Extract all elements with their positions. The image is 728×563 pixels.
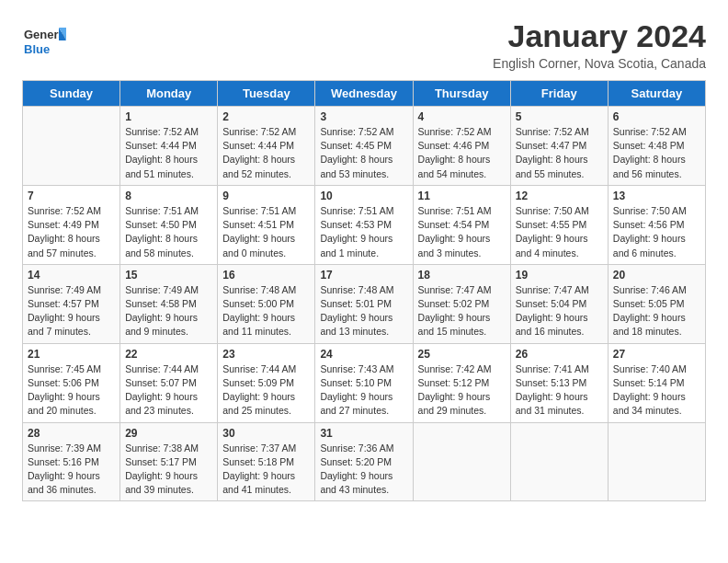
day-number: 21 bbox=[28, 348, 115, 361]
day-number: 4 bbox=[418, 110, 506, 123]
calendar-cell: 5Sunrise: 7:52 AMSunset: 4:47 PMDaylight… bbox=[510, 107, 608, 186]
month-title: January 2024 bbox=[493, 18, 706, 54]
cell-info: Sunrise: 7:42 AMSunset: 5:12 PMDaylight:… bbox=[418, 362, 506, 419]
cell-info: Sunrise: 7:41 AMSunset: 5:13 PMDaylight:… bbox=[516, 362, 603, 419]
sunrise-text: Sunrise: 7:52 AM bbox=[28, 204, 115, 218]
sunset-text: Sunset: 4:49 PM bbox=[28, 218, 115, 232]
sunrise-text: Sunrise: 7:50 AM bbox=[613, 204, 700, 218]
day-number: 31 bbox=[320, 427, 407, 440]
daylight-text: Daylight: 9 hours and 43 minutes. bbox=[320, 469, 407, 497]
calendar-header: SundayMondayTuesdayWednesdayThursdayFrid… bbox=[23, 81, 706, 107]
cell-info: Sunrise: 7:48 AMSunset: 5:00 PMDaylight:… bbox=[222, 283, 310, 339]
daylight-text: Daylight: 9 hours and 16 minutes. bbox=[516, 311, 603, 339]
sunrise-text: Sunrise: 7:37 AM bbox=[222, 442, 310, 455]
sunset-text: Sunset: 4:47 PM bbox=[516, 139, 603, 153]
cell-info: Sunrise: 7:45 AMSunset: 5:06 PMDaylight:… bbox=[28, 362, 115, 419]
cell-info: Sunrise: 7:52 AMSunset: 4:46 PMDaylight:… bbox=[418, 125, 506, 181]
calendar-cell: 21Sunrise: 7:45 AMSunset: 5:06 PMDayligh… bbox=[23, 343, 120, 422]
sunset-text: Sunset: 4:55 PM bbox=[516, 218, 603, 232]
sunrise-text: Sunrise: 7:51 AM bbox=[222, 204, 310, 218]
sunset-text: Sunset: 4:48 PM bbox=[613, 139, 700, 153]
day-number: 28 bbox=[28, 427, 115, 440]
calendar-cell: 8Sunrise: 7:51 AMSunset: 4:50 PMDaylight… bbox=[120, 185, 218, 264]
calendar-cell: 30Sunrise: 7:37 AMSunset: 5:18 PMDayligh… bbox=[218, 422, 315, 501]
daylight-text: Daylight: 9 hours and 36 minutes. bbox=[28, 469, 115, 497]
sunrise-text: Sunrise: 7:43 AM bbox=[320, 362, 407, 376]
day-number: 20 bbox=[613, 269, 700, 282]
sunset-text: Sunset: 4:58 PM bbox=[125, 297, 212, 311]
sunrise-text: Sunrise: 7:49 AM bbox=[28, 283, 115, 297]
daylight-text: Daylight: 8 hours and 56 minutes. bbox=[613, 153, 700, 180]
calendar-cell: 11Sunrise: 7:51 AMSunset: 4:54 PMDayligh… bbox=[413, 185, 510, 264]
calendar-week-5: 28Sunrise: 7:39 AMSunset: 5:16 PMDayligh… bbox=[23, 422, 706, 501]
calendar-cell: 19Sunrise: 7:47 AMSunset: 5:04 PMDayligh… bbox=[510, 264, 608, 343]
cell-info: Sunrise: 7:40 AMSunset: 5:14 PMDaylight:… bbox=[613, 362, 700, 419]
daylight-text: Daylight: 8 hours and 54 minutes. bbox=[418, 153, 506, 180]
sunset-text: Sunset: 5:07 PM bbox=[125, 376, 212, 390]
sunset-text: Sunset: 4:53 PM bbox=[320, 218, 407, 232]
calendar-cell: 27Sunrise: 7:40 AMSunset: 5:14 PMDayligh… bbox=[608, 343, 705, 422]
sunset-text: Sunset: 5:18 PM bbox=[222, 455, 310, 469]
sunrise-text: Sunrise: 7:52 AM bbox=[418, 125, 506, 139]
sunset-text: Sunset: 4:46 PM bbox=[418, 139, 506, 153]
cell-info: Sunrise: 7:39 AMSunset: 5:16 PMDaylight:… bbox=[28, 442, 115, 498]
sunset-text: Sunset: 5:20 PM bbox=[320, 455, 407, 469]
sunset-text: Sunset: 4:44 PM bbox=[222, 139, 310, 153]
calendar-cell: 25Sunrise: 7:42 AMSunset: 5:12 PMDayligh… bbox=[413, 343, 510, 422]
cell-info: Sunrise: 7:50 AMSunset: 4:56 PMDaylight:… bbox=[613, 204, 700, 260]
sunrise-text: Sunrise: 7:52 AM bbox=[125, 125, 212, 139]
daylight-text: Daylight: 9 hours and 13 minutes. bbox=[320, 311, 407, 339]
sunset-text: Sunset: 4:51 PM bbox=[222, 218, 310, 232]
daylight-text: Daylight: 9 hours and 6 minutes. bbox=[613, 232, 700, 259]
calendar-cell: 28Sunrise: 7:39 AMSunset: 5:16 PMDayligh… bbox=[23, 422, 120, 501]
cell-info: Sunrise: 7:50 AMSunset: 4:55 PMDaylight:… bbox=[516, 204, 603, 260]
daylight-text: Daylight: 9 hours and 27 minutes. bbox=[320, 390, 407, 418]
day-number: 26 bbox=[516, 348, 603, 361]
calendar-cell bbox=[23, 107, 120, 186]
day-number: 5 bbox=[516, 110, 603, 123]
sunrise-text: Sunrise: 7:38 AM bbox=[125, 442, 212, 455]
sunset-text: Sunset: 5:12 PM bbox=[418, 376, 506, 390]
day-header-monday: Monday bbox=[120, 81, 218, 107]
cell-info: Sunrise: 7:49 AMSunset: 4:58 PMDaylight:… bbox=[125, 283, 212, 339]
day-header-sunday: Sunday bbox=[23, 81, 120, 107]
calendar-cell: 9Sunrise: 7:51 AMSunset: 4:51 PMDaylight… bbox=[218, 185, 315, 264]
cell-info: Sunrise: 7:36 AMSunset: 5:20 PMDaylight:… bbox=[320, 442, 407, 498]
sunset-text: Sunset: 4:44 PM bbox=[125, 139, 212, 153]
daylight-text: Daylight: 9 hours and 20 minutes. bbox=[28, 390, 115, 418]
sunrise-text: Sunrise: 7:48 AM bbox=[222, 283, 310, 297]
cell-info: Sunrise: 7:49 AMSunset: 4:57 PMDaylight:… bbox=[28, 283, 115, 339]
daylight-text: Daylight: 9 hours and 18 minutes. bbox=[613, 311, 700, 339]
daylight-text: Daylight: 9 hours and 25 minutes. bbox=[222, 390, 310, 418]
daylight-text: Daylight: 9 hours and 9 minutes. bbox=[125, 311, 212, 339]
calendar-cell: 26Sunrise: 7:41 AMSunset: 5:13 PMDayligh… bbox=[510, 343, 608, 422]
cell-info: Sunrise: 7:44 AMSunset: 5:09 PMDaylight:… bbox=[222, 362, 310, 419]
cell-info: Sunrise: 7:52 AMSunset: 4:48 PMDaylight:… bbox=[613, 125, 700, 181]
calendar-cell: 7Sunrise: 7:52 AMSunset: 4:49 PMDaylight… bbox=[23, 185, 120, 264]
sunset-text: Sunset: 4:45 PM bbox=[320, 139, 407, 153]
cell-info: Sunrise: 7:44 AMSunset: 5:07 PMDaylight:… bbox=[125, 362, 212, 419]
cell-info: Sunrise: 7:52 AMSunset: 4:44 PMDaylight:… bbox=[125, 125, 212, 181]
daylight-text: Daylight: 8 hours and 55 minutes. bbox=[516, 153, 603, 180]
daylight-text: Daylight: 9 hours and 3 minutes. bbox=[418, 232, 506, 259]
calendar-week-2: 7Sunrise: 7:52 AMSunset: 4:49 PMDaylight… bbox=[23, 185, 706, 264]
sunrise-text: Sunrise: 7:50 AM bbox=[516, 204, 603, 218]
sunset-text: Sunset: 4:57 PM bbox=[28, 297, 115, 311]
calendar-week-3: 14Sunrise: 7:49 AMSunset: 4:57 PMDayligh… bbox=[23, 264, 706, 343]
location-subtitle: English Corner, Nova Scotia, Canada bbox=[493, 56, 706, 71]
sunrise-text: Sunrise: 7:42 AM bbox=[418, 362, 506, 376]
day-number: 9 bbox=[222, 190, 310, 202]
cell-info: Sunrise: 7:52 AMSunset: 4:44 PMDaylight:… bbox=[222, 125, 310, 181]
calendar-week-1: 1Sunrise: 7:52 AMSunset: 4:44 PMDaylight… bbox=[23, 107, 706, 186]
cell-info: Sunrise: 7:47 AMSunset: 5:02 PMDaylight:… bbox=[418, 283, 506, 339]
calendar-cell: 31Sunrise: 7:36 AMSunset: 5:20 PMDayligh… bbox=[315, 422, 413, 501]
calendar-cell: 15Sunrise: 7:49 AMSunset: 4:58 PMDayligh… bbox=[120, 264, 218, 343]
day-number: 30 bbox=[222, 427, 310, 440]
day-header-saturday: Saturday bbox=[608, 81, 705, 107]
logo-icon: General Blue bbox=[22, 18, 66, 63]
sunrise-text: Sunrise: 7:52 AM bbox=[613, 125, 700, 139]
title-block: January 2024 English Corner, Nova Scotia… bbox=[493, 18, 706, 71]
sunset-text: Sunset: 5:01 PM bbox=[320, 297, 407, 311]
sunrise-text: Sunrise: 7:40 AM bbox=[613, 362, 700, 376]
day-number: 13 bbox=[613, 190, 700, 202]
